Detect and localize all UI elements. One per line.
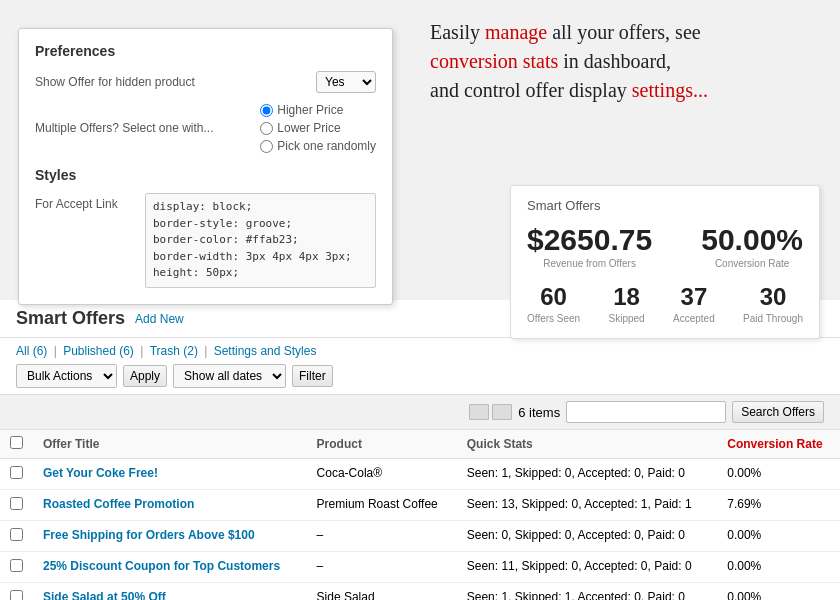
radio-random[interactable]: Pick one randomly — [260, 139, 376, 153]
conversion-cell-1: 7.69% — [717, 490, 840, 521]
col-product: Product — [307, 430, 457, 459]
apply-button[interactable]: Apply — [123, 365, 167, 387]
page-title: Smart Offers — [16, 308, 125, 329]
paid-through-label: Paid Through — [743, 313, 803, 324]
product-cell-4: Side Salad — [307, 583, 457, 601]
search-input[interactable] — [566, 401, 726, 423]
conversion-cell-2: 0.00% — [717, 521, 840, 552]
filter-links: All (6) | Published (6) | Trash (2) | Se… — [16, 344, 824, 358]
add-new-link[interactable]: Add New — [135, 312, 184, 326]
smart-offers-widget: Smart Offers $2650.75 Revenue from Offer… — [510, 185, 820, 339]
skipped-label: Skipped — [609, 313, 645, 324]
filter-trash[interactable]: Trash (2) — [150, 344, 198, 358]
show-offer-label: Show Offer for hidden product — [35, 75, 316, 89]
offers-seen-value: 60 — [527, 283, 580, 311]
offer-title-link-0[interactable]: Get Your Coke Free! — [43, 466, 158, 480]
product-cell-0: Coca-Cola® — [307, 459, 457, 490]
select-all-checkbox[interactable] — [10, 436, 23, 449]
offer-title-link-3[interactable]: 25% Discount Coupon for Top Customers — [43, 559, 280, 573]
multiple-offers-row: Multiple Offers? Select one with... High… — [35, 103, 376, 153]
product-cell-2: – — [307, 521, 457, 552]
col-conversion: Conversion Rate — [717, 430, 840, 459]
filter-published[interactable]: Published (6) — [63, 344, 134, 358]
conversion-value: 50.00% — [701, 225, 803, 255]
search-bar: 6 items Search Offers — [0, 395, 840, 430]
conversion-cell-3: 0.00% — [717, 552, 840, 583]
offer-title-link-1[interactable]: Roasted Coffee Promotion — [43, 497, 194, 511]
styles-section: Styles For Accept Link display: block;bo… — [35, 167, 376, 288]
bulk-actions-select[interactable]: Bulk Actions — [16, 364, 117, 388]
radio-higher-price[interactable]: Higher Price — [260, 103, 376, 117]
show-offer-select[interactable]: Yes No — [316, 71, 376, 93]
hero-conversion: conversion stats — [430, 50, 558, 72]
col-stats: Quick Stats — [457, 430, 717, 459]
table-row: Get Your Coke Free! Coca-Cola® Seen: 1, … — [0, 459, 840, 490]
grid-view-icon[interactable] — [492, 404, 512, 420]
row-checkbox-3[interactable] — [10, 559, 23, 572]
sep2: | — [140, 344, 146, 358]
conversion-cell-4: 0.00% — [717, 583, 840, 601]
revenue-label: Revenue from Offers — [527, 258, 652, 269]
offers-seen-label: Offers Seen — [527, 313, 580, 324]
show-offer-row: Show Offer for hidden product Yes No — [35, 71, 376, 93]
accepted-value: 37 — [673, 283, 715, 311]
main-content: Smart Offers Add New All (6) | Published… — [0, 300, 840, 600]
offers-table: Offer Title Product Quick Stats Conversi… — [0, 430, 840, 600]
stats-cell-0: Seen: 1, Skipped: 0, Accepted: 0, Paid: … — [457, 459, 717, 490]
items-count: 6 items — [518, 405, 560, 420]
hero-manage: manage — [485, 21, 547, 43]
accept-link-label: For Accept Link — [35, 197, 145, 211]
paid-through-stat: 30 Paid Through — [743, 283, 803, 324]
accepted-stat: 37 Accepted — [673, 283, 715, 324]
offer-title-link-2[interactable]: Free Shipping for Orders Above $100 — [43, 528, 255, 542]
hero-settings: settings... — [632, 79, 708, 101]
preferences-panel: Preferences Show Offer for hidden produc… — [18, 28, 393, 305]
multiple-offers-label: Multiple Offers? Select one with... — [35, 121, 240, 135]
filter-all[interactable]: All (6) — [16, 344, 47, 358]
conversion-label: Conversion Rate — [701, 258, 803, 269]
product-cell-3: – — [307, 552, 457, 583]
widget-title: Smart Offers — [527, 198, 803, 213]
stats-cell-4: Seen: 1, Skipped: 1, Accepted: 0, Paid: … — [457, 583, 717, 601]
filter-settings[interactable]: Settings and Styles — [214, 344, 317, 358]
list-view-icon[interactable] — [469, 404, 489, 420]
accepted-label: Accepted — [673, 313, 715, 324]
table-header-row: Offer Title Product Quick Stats Conversi… — [0, 430, 840, 459]
stats-cell-2: Seen: 0, Skipped: 0, Accepted: 0, Paid: … — [457, 521, 717, 552]
row-checkbox-2[interactable] — [10, 528, 23, 541]
row-checkbox-0[interactable] — [10, 466, 23, 479]
sep1: | — [54, 344, 60, 358]
row-checkbox-4[interactable] — [10, 590, 23, 600]
filters-bar: All (6) | Published (6) | Trash (2) | Se… — [0, 338, 840, 395]
view-icons — [469, 404, 512, 420]
stats-cell-3: Seen: 11, Skipped: 0, Accepted: 0, Paid:… — [457, 552, 717, 583]
row-checkbox-1[interactable] — [10, 497, 23, 510]
action-bar: Bulk Actions Apply Show all dates Filter — [16, 364, 824, 388]
table-row: 25% Discount Coupon for Top Customers – … — [0, 552, 840, 583]
search-button[interactable]: Search Offers — [732, 401, 824, 423]
table-row: Side Salad at 50% Off Side Salad Seen: 1… — [0, 583, 840, 601]
styles-row: For Accept Link display: block;border-st… — [35, 193, 376, 288]
widget-big-stats: $2650.75 Revenue from Offers 50.00% Conv… — [527, 225, 803, 269]
code-box[interactable]: display: block;border-style: groove;bord… — [145, 193, 376, 288]
radio-lower-price[interactable]: Lower Price — [260, 121, 376, 135]
offer-title-link-4[interactable]: Side Salad at 50% Off — [43, 590, 166, 600]
product-cell-1: Premium Roast Coffee — [307, 490, 457, 521]
widget-small-stats: 60 Offers Seen 18 Skipped 37 Accepted 30… — [527, 283, 803, 324]
styles-title: Styles — [35, 167, 376, 183]
preferences-title: Preferences — [35, 43, 376, 59]
filter-button[interactable]: Filter — [292, 365, 333, 387]
radio-group: Higher Price Lower Price Pick one random… — [260, 103, 376, 153]
revenue-value: $2650.75 — [527, 225, 652, 255]
skipped-stat: 18 Skipped — [609, 283, 645, 324]
skipped-value: 18 — [609, 283, 645, 311]
col-title: Offer Title — [33, 430, 307, 459]
revenue-stat: $2650.75 Revenue from Offers — [527, 225, 652, 269]
table-row: Free Shipping for Orders Above $100 – Se… — [0, 521, 840, 552]
show-all-dates-select[interactable]: Show all dates — [173, 364, 286, 388]
conversion-cell-0: 0.00% — [717, 459, 840, 490]
hero-text: Easily manage all your offers, see conve… — [430, 18, 820, 105]
paid-through-value: 30 — [743, 283, 803, 311]
conversion-stat: 50.00% Conversion Rate — [701, 225, 803, 269]
offers-seen-stat: 60 Offers Seen — [527, 283, 580, 324]
